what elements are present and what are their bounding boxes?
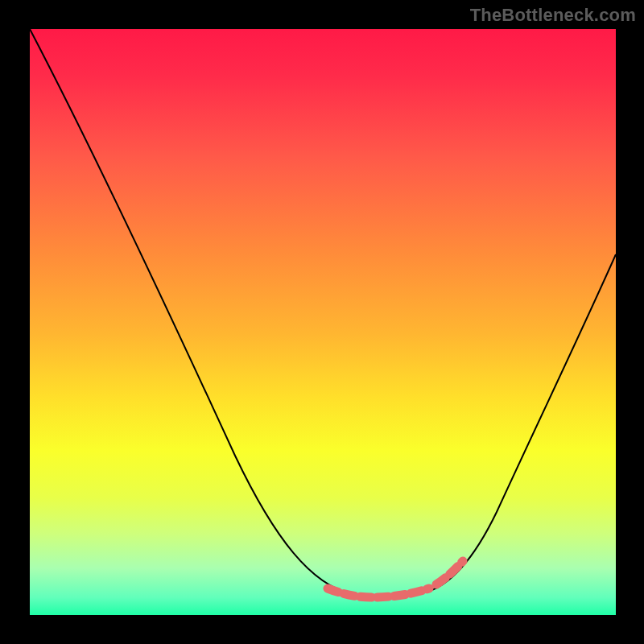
plot-area <box>30 29 616 615</box>
optimal-range-marker <box>328 561 463 597</box>
chart-svg <box>30 29 616 615</box>
bottleneck-curve <box>30 29 616 597</box>
chart-container: TheBottleneck.com <box>0 0 644 644</box>
watermark-label: TheBottleneck.com <box>470 5 636 26</box>
